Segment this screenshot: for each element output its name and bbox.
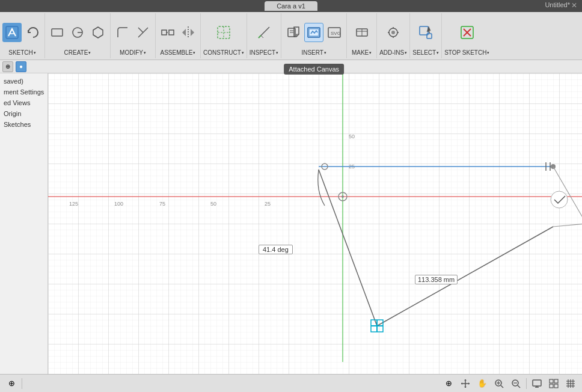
sidebar: saved) ment Settings ed Views Origin Ske… (0, 73, 48, 374)
toolbar-group-assemble: ASSEMBLE▾ (156, 13, 201, 58)
separator-2 (526, 378, 527, 389)
app-logo: Untitled* (545, 1, 570, 8)
addins-label[interactable]: ADD-INS▾ (379, 49, 407, 57)
sec-btn-1[interactable]: ⊕ (2, 61, 13, 72)
bottom-plus-icon[interactable]: ⊕ (5, 377, 18, 390)
mirror-icon[interactable] (179, 23, 198, 42)
create-label[interactable]: CREATE▾ (64, 49, 91, 57)
bottom-grid-toggle-icon[interactable] (547, 377, 560, 390)
toolbar-group-construct: CONSTRUCT▾ (201, 13, 247, 58)
svg-line-61 (501, 385, 503, 388)
sidebar-item-settings[interactable]: ment Settings (0, 87, 47, 97)
svg-rect-70 (550, 379, 553, 383)
sec-btn-2[interactable]: ● (16, 61, 26, 72)
sidebar-item-origin[interactable]: Origin (0, 108, 47, 119)
svg-rect-7 (162, 30, 167, 35)
svg-line-65 (518, 385, 520, 388)
bottom-toolbar: ⊕ ⊕ ✋ (0, 374, 582, 392)
toolbar-group-sketch: SKETCH▾ (0, 13, 45, 58)
toolbar-group-inspect: INSPECT▾ (247, 13, 281, 58)
svg-point-28 (391, 31, 395, 34)
make-label[interactable]: MAKE▾ (352, 49, 372, 57)
undo-icon[interactable] (23, 23, 42, 42)
circle-icon[interactable] (68, 23, 87, 42)
sketch-label[interactable]: SKETCH▾ (8, 49, 36, 57)
bottom-pan-xy-icon[interactable] (459, 377, 472, 390)
svg-marker-4 (93, 27, 103, 38)
construct-icon[interactable] (214, 23, 233, 42)
bottom-left-controls: ⊕ (5, 377, 23, 390)
select-label[interactable]: SELECT▾ (412, 49, 439, 57)
addins-icon[interactable] (384, 23, 403, 42)
sidebar-item-views[interactable]: ed Views (0, 97, 47, 108)
assemble-label[interactable]: ASSEMBLE▾ (161, 49, 196, 57)
insert-svg-icon[interactable]: SVG (325, 23, 344, 42)
rectangle-icon[interactable] (47, 23, 67, 42)
svg-rect-8 (169, 30, 174, 35)
toolbar-group-addins: ADD-INS▾ (377, 13, 410, 58)
svg-rect-72 (550, 384, 553, 388)
separator (22, 378, 22, 389)
toolbar-group-select: SELECT▾ (410, 13, 442, 58)
secondary-toolbar: ⊕ ● (0, 60, 582, 73)
svg-text:75: 75 (159, 201, 165, 207)
bottom-right-controls: ⊕ ✋ (442, 377, 577, 390)
svg-rect-67 (533, 380, 541, 386)
stopsketch-label[interactable]: STOP SKETCH▾ (444, 49, 489, 57)
sidebar-item-sketches[interactable]: Sketches (0, 119, 47, 130)
svg-point-59 (342, 195, 344, 198)
bottom-zoom-icon[interactable] (509, 377, 522, 390)
construct-label[interactable]: CONSTRUCT▾ (203, 49, 244, 57)
svg-text:100: 100 (114, 201, 123, 207)
length-dimension-label: 113.358 mm (415, 275, 458, 284)
bottom-display-icon[interactable] (530, 377, 544, 390)
sketch-icon[interactable] (2, 23, 22, 42)
main-toolbar: SKETCH▾ CREATE▾ (0, 12, 582, 60)
fillet-icon[interactable] (113, 23, 132, 42)
measure-icon[interactable] (254, 23, 274, 42)
joint-icon[interactable] (158, 23, 177, 42)
main-content: saved) ment Settings ed Views Origin Ske… (0, 73, 582, 374)
bottom-grid-options-icon[interactable] (564, 377, 577, 390)
svg-text:125: 125 (69, 201, 78, 207)
svg-rect-35 (48, 73, 582, 374)
svg-text:25: 25 (265, 201, 271, 207)
close-button[interactable]: ✕ (571, 1, 577, 10)
toolbar-group-make: MAKE▾ (347, 13, 377, 58)
toolbar-group-stopsketch: STOP SKETCH▾ (442, 13, 492, 58)
bottom-nav-icon[interactable]: ⊕ (442, 377, 455, 390)
grid-svg: 125 100 75 50 25 50 25 (48, 73, 582, 374)
canvas-area[interactable]: 125 100 75 50 25 50 25 (48, 73, 582, 374)
svg-rect-71 (554, 379, 558, 383)
svg-text:50: 50 (210, 201, 216, 207)
insert-canvas-icon[interactable] (304, 23, 323, 42)
insert-derive-icon[interactable] (284, 23, 303, 42)
svg-rect-73 (554, 384, 558, 388)
svg-rect-1 (52, 29, 63, 36)
bottom-hand-icon[interactable]: ✋ (476, 377, 489, 390)
polygon-icon[interactable] (88, 23, 108, 42)
stopsketch-icon[interactable] (458, 23, 477, 42)
svg-line-16 (261, 35, 263, 38)
bottom-zoom-fit-icon[interactable] (492, 377, 506, 390)
top-bar: Cara a v1 ✕ Untitled* (0, 0, 582, 12)
make-icon[interactable] (352, 23, 372, 42)
toolbar-group-modify: MODIFY▾ (111, 13, 156, 58)
inspect-label[interactable]: INSPECT▾ (250, 49, 278, 57)
modify-label[interactable]: MODIFY▾ (120, 49, 146, 57)
document-tab[interactable]: Cara a v1 (265, 1, 317, 11)
trim-icon[interactable] (133, 23, 153, 42)
toolbar-group-create: CREATE▾ (45, 13, 111, 58)
angle-dimension-label: 41.4 deg (259, 245, 293, 254)
svg-line-15 (259, 35, 261, 38)
sidebar-item-saved[interactable]: saved) (0, 76, 47, 87)
svg-text:SVG: SVG (331, 31, 341, 36)
select-icon[interactable] (416, 23, 435, 42)
svg-point-54 (551, 191, 568, 208)
svg-text:50: 50 (349, 133, 355, 139)
toolbar-group-insert: SVG INSERT▾ Attached Canvas (281, 13, 347, 58)
svg-line-6 (138, 28, 143, 32)
insert-label[interactable]: INSERT▾ (301, 49, 326, 57)
